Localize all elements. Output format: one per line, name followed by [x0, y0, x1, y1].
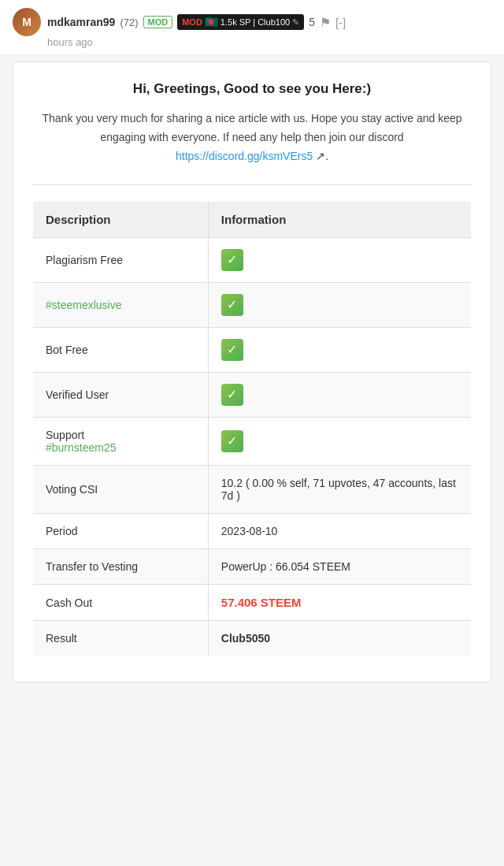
avatar[interactable]: M	[13, 8, 41, 36]
discord-link[interactable]: https://discord.gg/ksmVErs5	[176, 150, 313, 162]
greeting-text: Thank you very much for sharing a nice a…	[32, 110, 472, 165]
table-row: Support#burnsteem25✓	[33, 418, 472, 466]
table-cell-information: 2023-08-10	[208, 514, 471, 549]
checkmark-icon: ✓	[221, 294, 243, 316]
vote-count: 5	[309, 16, 315, 28]
table-cell-information: ✓	[208, 418, 471, 466]
greeting-body: Thank you very much for sharing a nice a…	[42, 112, 461, 143]
table-cell-information: 10.2 ( 0.00 % self, 71 upvotes, 47 accou…	[208, 466, 471, 514]
result-value: Club5050	[221, 632, 270, 645]
table-cell-description: Plagiarism Free	[33, 238, 209, 283]
author-name[interactable]: mdkamran99	[47, 16, 115, 28]
table-row: #steemexlusive✓	[33, 283, 472, 328]
table-row: Plagiarism Free✓	[33, 238, 472, 283]
checkmark-icon: ✓	[221, 249, 243, 271]
mod-badge: MOD	[143, 16, 173, 28]
table-cell-description: Bot Free	[33, 328, 209, 373]
external-link-icon: ↗	[316, 150, 325, 162]
menu-icon[interactable]: [-]	[335, 16, 346, 29]
table-row: Transfer to VestingPowerUp : 66.054 STEE…	[33, 549, 472, 585]
steemexlusive-link[interactable]: #steemexlusive	[46, 299, 122, 311]
table-cell-description: Verified User	[33, 373, 209, 418]
table-cell-description: Voting CSI	[33, 466, 209, 514]
table-row: Period2023-08-10	[33, 514, 472, 549]
mod-text: MOD	[182, 17, 202, 27]
flag-icon: 🇧🇩	[205, 16, 218, 28]
table-cell-description: #steemexlusive	[33, 283, 209, 328]
table-cell-information: Club5050	[208, 621, 471, 656]
table-cell-information: ✓	[208, 238, 471, 283]
checkmark-icon: ✓	[221, 384, 243, 406]
info-table: Description Information Plagiarism Free✓…	[32, 201, 472, 656]
burnsteem-link[interactable]: #burnsteem25	[46, 441, 117, 454]
sp-badge: MOD 🇧🇩 1.5k SP | Club100 ✎	[177, 14, 304, 30]
table-cell-information: PowerUp : 66.054 STEEM	[208, 549, 471, 585]
table-row: ResultClub5050	[33, 621, 472, 656]
table-cell-information: 57.406 STEEM	[208, 585, 471, 621]
table-cell-description: Period	[33, 514, 209, 549]
table-cell-description: Cash Out	[33, 585, 209, 621]
post-header: M mdkamran99 (72) MOD MOD 🇧🇩 1.5k SP | C…	[0, 0, 504, 55]
col-information-header: Information	[208, 202, 471, 238]
table-row: Bot Free✓	[33, 328, 472, 373]
table-row: Verified User✓	[33, 373, 472, 418]
table-row: Voting CSI10.2 ( 0.00 % self, 71 upvotes…	[33, 466, 472, 514]
checkmark-icon: ✓	[221, 339, 243, 361]
author-reputation: (72)	[120, 17, 138, 28]
timestamp: hours ago	[13, 36, 491, 51]
table-cell-information: ✓	[208, 328, 471, 373]
sp-info: 1.5k SP | Club100	[220, 17, 290, 27]
author-info: mdkamran99 (72) MOD MOD 🇧🇩 1.5k SP | Clu…	[47, 14, 346, 30]
divider	[32, 184, 472, 185]
table-cell-description: Support#burnsteem25	[33, 418, 209, 466]
table-cell-description: Transfer to Vesting	[33, 549, 209, 585]
edit-icon[interactable]: ✎	[292, 17, 299, 28]
content-card: Hi, Greetings, Good to see you Here:) Th…	[13, 61, 491, 682]
table-cell-information: ✓	[208, 373, 471, 418]
checkmark-icon: ✓	[221, 430, 243, 452]
greeting-title: Hi, Greetings, Good to see you Here:)	[32, 81, 472, 97]
table-cell-information: ✓	[208, 283, 471, 328]
table-cell-description: Result	[33, 621, 209, 656]
table-row: Cash Out57.406 STEEM	[33, 585, 472, 621]
desc-text: Support	[46, 429, 84, 441]
col-description-header: Description	[33, 202, 209, 238]
flag-action-icon[interactable]: ⚑	[320, 15, 331, 30]
cash-out-value: 57.406 STEEM	[221, 596, 302, 609]
